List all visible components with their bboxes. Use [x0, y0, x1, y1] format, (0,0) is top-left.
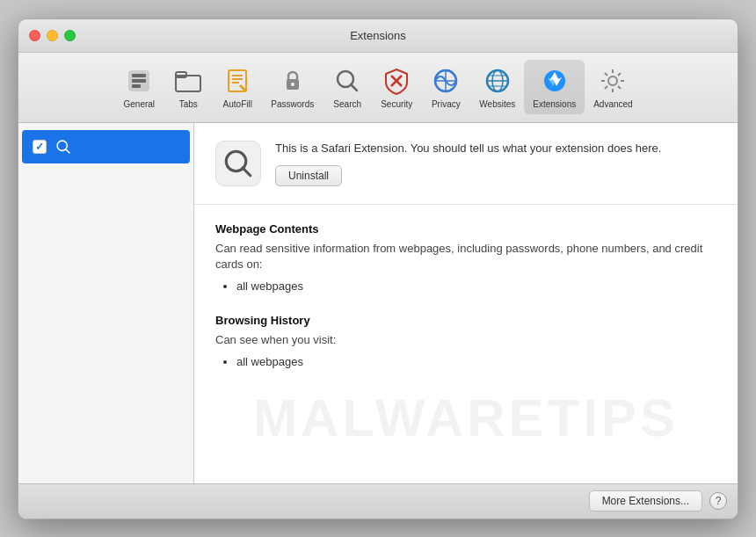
- extension-header: This is a Safari Extension. You should t…: [194, 123, 738, 205]
- permission-browsing-history: Browsing History Can see when you visit:…: [215, 314, 716, 372]
- extension-checkbox[interactable]: ✓: [33, 140, 47, 154]
- toolbar-label-search: Search: [333, 99, 361, 109]
- toolbar-item-advanced[interactable]: Advanced: [585, 60, 641, 114]
- main-content: ✓ MALWARETIPS: [18, 123, 738, 483]
- svg-marker-10: [239, 84, 246, 91]
- toolbar-item-autofill[interactable]: AutoFill: [213, 60, 262, 114]
- help-button[interactable]: ?: [709, 492, 727, 510]
- toolbar-item-security[interactable]: Security: [372, 60, 421, 114]
- minimize-button[interactable]: [47, 30, 58, 41]
- list-item: all webpages: [236, 353, 716, 372]
- toolbar-label-extensions: Extensions: [533, 99, 576, 109]
- toolbar-label-advanced: Advanced: [593, 99, 632, 109]
- toolbar-label-tabs: Tabs: [179, 99, 198, 109]
- svg-line-34: [605, 73, 607, 76]
- permissions-section: Webpage Contents Can read sensitive info…: [194, 205, 738, 407]
- svg-rect-2: [132, 79, 146, 83]
- toolbar-item-passwords[interactable]: Passwords: [262, 60, 323, 114]
- svg-line-14: [351, 84, 357, 91]
- detail-panel: MALWARETIPS This is a Safari Extension. …: [194, 123, 738, 483]
- safari-preferences-window: Extensions General: [18, 18, 738, 519]
- svg-rect-3: [132, 84, 141, 88]
- permission-desc-webpage: Can read sensitive information from webp…: [215, 241, 716, 272]
- toolbar-label-passwords: Passwords: [271, 99, 314, 109]
- svg-line-37: [605, 86, 607, 89]
- general-icon: [123, 65, 155, 97]
- toolbar-item-websites[interactable]: Websites: [470, 60, 524, 114]
- advanced-icon: [597, 65, 629, 97]
- svg-point-29: [608, 76, 617, 85]
- titlebar: Extensions: [18, 19, 738, 53]
- list-item: all webpages: [236, 278, 716, 296]
- toolbar-item-search[interactable]: Search: [323, 60, 372, 114]
- privacy-icon: [430, 65, 462, 97]
- svg-line-36: [618, 73, 621, 76]
- extension-info: This is a Safari Extension. You should t…: [275, 141, 716, 186]
- extension-description: This is a Safari Extension. You should t…: [275, 141, 716, 156]
- traffic-lights: [29, 30, 76, 41]
- sidebar: ✓: [18, 123, 194, 483]
- extension-detail-icon: [215, 141, 261, 186]
- toolbar-item-general[interactable]: General: [114, 60, 164, 114]
- toolbar-label-privacy: Privacy: [432, 99, 461, 109]
- window-title: Extensions: [350, 29, 406, 42]
- websites-icon: [482, 65, 513, 97]
- sidebar-item-search-ext[interactable]: ✓: [22, 130, 190, 163]
- search-icon: [331, 65, 363, 97]
- svg-line-39: [66, 149, 69, 152]
- toolbar-item-tabs[interactable]: Tabs: [164, 60, 213, 114]
- svg-line-41: [243, 168, 251, 176]
- footer: More Extensions... ?: [18, 483, 738, 519]
- tabs-icon: [172, 65, 204, 97]
- extension-sidebar-icon: [54, 137, 73, 156]
- maximize-button[interactable]: [64, 30, 76, 41]
- permission-list-webpage: all webpages: [215, 278, 716, 296]
- svg-rect-1: [132, 74, 146, 77]
- svg-point-12: [291, 83, 294, 86]
- extensions-icon: [539, 65, 571, 97]
- detail-content: This is a Safari Extension. You should t…: [194, 123, 738, 407]
- checkmark-icon: ✓: [35, 141, 44, 153]
- permission-title-history: Browsing History: [215, 314, 716, 327]
- uninstall-button[interactable]: Uninstall: [275, 165, 342, 186]
- more-extensions-button[interactable]: More Extensions...: [589, 490, 702, 512]
- toolbar-item-privacy[interactable]: Privacy: [421, 60, 470, 114]
- toolbar-items: General Tabs: [114, 60, 641, 114]
- toolbar: General Tabs: [18, 53, 738, 123]
- svg-line-35: [618, 86, 621, 89]
- permission-title-webpage: Webpage Contents: [215, 222, 716, 236]
- permission-list-history: all webpages: [215, 353, 716, 372]
- permission-webpage-contents: Webpage Contents Can read sensitive info…: [215, 222, 716, 296]
- toolbar-item-extensions[interactable]: Extensions: [524, 60, 585, 114]
- toolbar-label-security: Security: [381, 99, 412, 109]
- toolbar-label-websites: Websites: [479, 99, 515, 109]
- autofill-icon: [222, 65, 253, 97]
- close-button[interactable]: [29, 30, 40, 41]
- security-icon: [381, 65, 412, 97]
- toolbar-label-general: General: [124, 99, 156, 109]
- passwords-icon: [277, 65, 309, 97]
- permission-desc-history: Can see when you visit:: [215, 332, 716, 348]
- toolbar-label-autofill: AutoFill: [223, 99, 252, 109]
